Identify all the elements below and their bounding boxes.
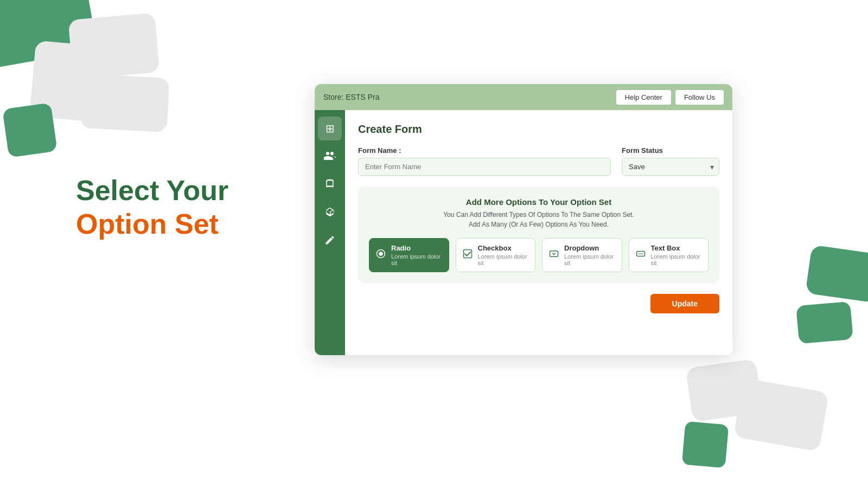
store-label: Store: ESTS Pra xyxy=(323,93,379,101)
checkbox-desc: Lorem ipsum dolor sit xyxy=(478,253,529,266)
sidebar-item-box[interactable] xyxy=(318,201,342,225)
svg-rect-3 xyxy=(550,251,558,257)
option-card-radio[interactable]: Radio Lorem ipsum dolor sit xyxy=(369,238,449,272)
book-icon xyxy=(324,178,335,192)
options-desc-line1: You Can Add Different Types Of Options T… xyxy=(443,211,634,219)
textbox-icon xyxy=(636,249,646,261)
bg-shape-8 xyxy=(733,378,829,452)
dropdown-icon xyxy=(549,249,559,261)
radio-icon xyxy=(376,249,386,261)
options-desc-line2: Add As Many (Or As Few) Options As You N… xyxy=(469,221,609,228)
textbox-text: Text Box Lorem ipsum dolor sit xyxy=(651,244,702,266)
users-icon xyxy=(324,151,336,163)
options-section: Add More Options To Your Option Set You … xyxy=(358,187,719,283)
page-title: Create Form xyxy=(358,123,719,136)
radio-desc: Lorem ipsum dolor sit xyxy=(391,253,442,266)
app-header: Store: ESTS Pra Help Center Follow Us xyxy=(315,84,732,110)
left-hero-text: Select Your Option Set xyxy=(76,174,228,241)
option-card-checkbox[interactable]: Checkbox Lorem ipsum dolor sit xyxy=(456,238,536,272)
bg-shape-6 xyxy=(805,245,868,303)
option-cards-row: Radio Lorem ipsum dolor sit xyxy=(369,238,709,272)
edit-icon xyxy=(324,235,335,248)
sidebar-item-book[interactable] xyxy=(318,173,342,197)
app-body: ⊞ xyxy=(315,110,732,355)
checkbox-name: Checkbox xyxy=(478,244,529,252)
main-content: Create Form Form Name : Form Status Save… xyxy=(345,110,732,355)
bg-shape-4 xyxy=(2,102,58,158)
bg-shape-2 xyxy=(68,12,160,80)
status-select-wrapper: Save Draft Published xyxy=(622,158,719,176)
dropdown-name: Dropdown xyxy=(564,244,615,252)
bg-shape-3 xyxy=(29,41,106,123)
checkbox-text: Checkbox Lorem ipsum dolor sit xyxy=(478,244,529,266)
sidebar-item-dashboard[interactable]: ⊞ xyxy=(318,117,342,140)
dropdown-text: Dropdown Lorem ipsum dolor sit xyxy=(564,244,615,266)
header-buttons: Help Center Follow Us xyxy=(616,90,724,105)
form-name-label: Form Name : xyxy=(358,146,611,155)
radio-name: Radio xyxy=(391,244,442,252)
left-text-line2: Option Set xyxy=(76,207,228,241)
options-description: You Can Add Different Types Of Options T… xyxy=(369,210,709,229)
dropdown-desc: Lorem ipsum dolor sit xyxy=(564,253,615,266)
sidebar-item-users[interactable] xyxy=(318,145,342,169)
update-button[interactable]: Update xyxy=(650,294,719,313)
form-top-row: Form Name : Form Status Save Draft Publi… xyxy=(358,146,719,176)
radio-text: Radio Lorem ipsum dolor sit xyxy=(391,244,442,266)
form-name-group: Form Name : xyxy=(358,146,611,176)
form-name-input[interactable] xyxy=(358,158,611,176)
box-icon xyxy=(324,207,335,220)
update-btn-row: Update xyxy=(358,294,719,313)
bg-shape-9 xyxy=(686,358,763,422)
form-status-label: Form Status xyxy=(622,146,719,155)
option-card-dropdown[interactable]: Dropdown Lorem ipsum dolor sit xyxy=(542,238,622,272)
bg-shape-1 xyxy=(0,0,98,68)
bg-shape-5 xyxy=(80,74,169,132)
svg-point-1 xyxy=(379,252,383,256)
follow-us-button[interactable]: Follow Us xyxy=(675,90,724,105)
textbox-name: Text Box xyxy=(651,244,702,252)
textbox-desc: Lorem ipsum dolor sit xyxy=(651,253,702,266)
sidebar-item-edit[interactable] xyxy=(318,229,342,253)
form-status-group: Form Status Save Draft Published xyxy=(622,146,719,176)
app-panel: Store: ESTS Pra Help Center Follow Us ⊞ xyxy=(315,84,732,355)
option-card-textbox[interactable]: Text Box Lorem ipsum dolor sit xyxy=(629,238,709,272)
form-status-select[interactable]: Save Draft Published xyxy=(622,158,719,176)
sidebar: ⊞ xyxy=(315,110,345,355)
dashboard-icon: ⊞ xyxy=(326,122,335,135)
help-center-button[interactable]: Help Center xyxy=(616,90,671,105)
left-text-line1: Select Your xyxy=(76,174,228,207)
bg-shape-10 xyxy=(682,421,729,468)
checkbox-icon xyxy=(463,249,473,261)
options-title: Add More Options To Your Option Set xyxy=(369,197,709,207)
bg-shape-7 xyxy=(796,301,853,344)
